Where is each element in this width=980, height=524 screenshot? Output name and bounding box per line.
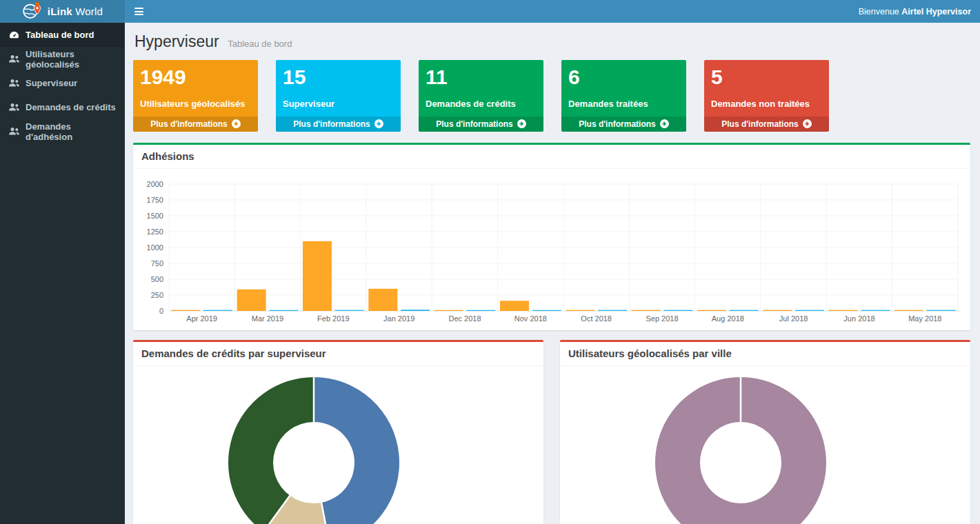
- dashboard-icon: [9, 30, 19, 40]
- stat-card-utilisateurs-geolocalises: 1949 Utilisateurs géolocalisés Plus d'in…: [133, 60, 258, 132]
- x-tick-label: Apr 2019: [186, 314, 217, 323]
- users-icon: [9, 79, 19, 88]
- page-title: Hyperviseur: [134, 32, 219, 50]
- x-tick-label: Dec 2018: [448, 314, 481, 323]
- more-info-link[interactable]: Plus d'informations: [704, 117, 829, 132]
- bar[interactable]: [763, 310, 792, 310]
- navbar: Bienvenue Airtel Hypervisor: [125, 0, 980, 23]
- stat-label: Utilisateurs géolocalisés: [140, 99, 251, 109]
- sidebar-item-label: Superviseur: [26, 78, 77, 88]
- adhesions-panel: Adhésions 025050075010001250150017502000…: [133, 143, 970, 330]
- credits-par-superviseur-panel: Demandes de crédits par superviseur: [133, 340, 543, 524]
- stat-value: 15: [283, 66, 394, 90]
- y-tick-label: 250: [151, 290, 163, 299]
- welcome-user-menu[interactable]: Bienvenue Airtel Hypervisor: [859, 7, 980, 17]
- panel-title: Demandes de crédits par superviseur: [133, 342, 543, 366]
- y-tick-label: 500: [151, 274, 163, 283]
- hamburger-icon: [134, 8, 143, 9]
- welcome-username: Airtel Hypervisor: [901, 7, 971, 17]
- panel-title: Adhésions: [133, 145, 970, 169]
- bar[interactable]: [171, 310, 200, 310]
- stat-label: Demandes traitées: [568, 99, 679, 109]
- bar[interactable]: [697, 310, 726, 310]
- more-info-link[interactable]: Plus d'informations: [276, 117, 401, 132]
- y-tick-label: 1000: [147, 243, 163, 251]
- bar[interactable]: [368, 288, 397, 310]
- stat-card-demandes-non-traitees: 5 Demandes non traitées Plus d'informati…: [704, 60, 829, 132]
- bar[interactable]: [632, 310, 661, 310]
- credits-donut-chart[interactable]: [133, 366, 543, 524]
- bar[interactable]: [927, 310, 956, 310]
- bar[interactable]: [730, 310, 759, 310]
- donut-panels-row: Demandes de crédits par superviseur Util…: [133, 340, 970, 524]
- bar[interactable]: [795, 310, 824, 310]
- x-tick-label: May 2018: [908, 314, 941, 323]
- y-tick-label: 1500: [147, 211, 163, 219]
- bar[interactable]: [829, 310, 858, 310]
- x-tick-label: Aug 2018: [712, 314, 744, 323]
- sidebar-item-utilisateurs-geolocalises[interactable]: Utilisateurs géolocalisés: [0, 47, 125, 71]
- x-tick-label: Jun 2018: [843, 314, 874, 323]
- breadcrumb: Tableau de bord: [228, 39, 292, 49]
- main-content: Hyperviseur Tableau de bord 1949 Utilisa…: [125, 23, 980, 524]
- globe-pin-logo-icon: $: [22, 1, 43, 23]
- arrow-circle-right-icon: [803, 119, 812, 128]
- x-tick-label: Jan 2019: [383, 314, 414, 323]
- arrow-circle-right-icon: [232, 119, 241, 128]
- x-tick-label: Feb 2019: [317, 314, 349, 323]
- more-info-link[interactable]: Plus d'informations: [419, 117, 543, 132]
- sidebar-toggle-button[interactable]: [125, 0, 153, 23]
- villes-donut-chart[interactable]: [560, 366, 970, 524]
- stat-card-demandes-de-credits: 11 Demandes de crédits Plus d'informatio…: [419, 60, 543, 132]
- donut-chart-svg: [567, 372, 953, 524]
- users-icon: [9, 54, 19, 63]
- bar[interactable]: [335, 310, 364, 310]
- adhesions-bar-chart[interactable]: 025050075010001250150017502000Apr 2019Ma…: [133, 169, 970, 330]
- bar[interactable]: [894, 310, 923, 310]
- sidebar-item-superviseur[interactable]: Superviseur: [0, 71, 125, 95]
- stat-value: 6: [568, 66, 679, 90]
- stat-card-demandes-traitees: 6 Demandes traitées Plus d'informations: [561, 60, 686, 132]
- bar[interactable]: [303, 241, 332, 310]
- sidebar-item-label: Demandes de crédits: [26, 102, 116, 112]
- more-info-link[interactable]: Plus d'informations: [561, 117, 686, 132]
- sidebar-item-tableau-de-bord[interactable]: Tableau de bord: [0, 23, 125, 47]
- arrow-circle-right-icon: [660, 119, 669, 128]
- bar[interactable]: [269, 310, 298, 310]
- bar[interactable]: [598, 310, 627, 310]
- sidebar-item-demandes-adhesion[interactable]: Demandes d'adhésion: [0, 119, 125, 143]
- x-tick-label: Oct 2018: [581, 314, 612, 323]
- sidebar-item-label: Demandes d'adhésion: [26, 121, 119, 142]
- bar[interactable]: [861, 310, 890, 310]
- utilisateurs-par-ville-panel: Utilisateurs géolocalisés par ville: [560, 340, 970, 524]
- more-info-link[interactable]: Plus d'informations: [133, 117, 258, 132]
- bar[interactable]: [401, 310, 430, 311]
- donut-chart-svg: [140, 372, 526, 524]
- x-tick-label: Mar 2019: [252, 314, 283, 323]
- y-tick-label: 2000: [147, 179, 163, 188]
- stat-value: 1949: [140, 66, 251, 90]
- users-icon: [9, 103, 19, 112]
- x-tick-label: Nov 2018: [514, 314, 547, 323]
- bar[interactable]: [566, 310, 594, 310]
- bar[interactable]: [237, 289, 266, 310]
- brand-logo[interactable]: $ iLink World: [0, 0, 125, 23]
- bar[interactable]: [500, 301, 529, 311]
- stat-label: Demandes non traitées: [711, 99, 822, 109]
- bar[interactable]: [434, 310, 463, 310]
- users-icon: [9, 127, 19, 136]
- arrow-circle-right-icon: [374, 119, 383, 128]
- bar[interactable]: [203, 310, 232, 310]
- bar[interactable]: [532, 310, 561, 310]
- stat-card-superviseur: 15 Superviseur Plus d'informations: [276, 60, 401, 132]
- arrow-circle-right-icon: [517, 119, 526, 128]
- bar[interactable]: [663, 310, 692, 310]
- x-tick-label: Sep 2018: [646, 314, 678, 323]
- stat-label: Superviseur: [283, 99, 394, 109]
- bar[interactable]: [466, 310, 495, 310]
- stat-value: 5: [711, 66, 822, 90]
- donut-slice[interactable]: [314, 377, 399, 524]
- sidebar-item-demandes-de-credits[interactable]: Demandes de crédits: [0, 95, 125, 119]
- sidebar-item-label: Utilisateurs géolocalisés: [26, 49, 119, 70]
- top-navbar: $ iLink World Bienvenue Airtel Hyperviso…: [0, 0, 980, 23]
